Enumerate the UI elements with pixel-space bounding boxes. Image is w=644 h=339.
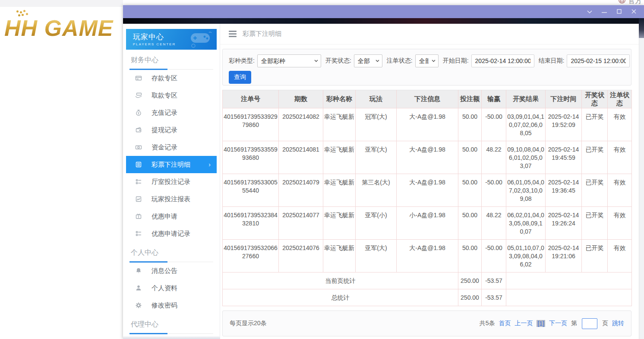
- main-content: 彩票下注明细 彩种类型: 全部彩种 开奖状态: 全部: [220, 24, 639, 339]
- table-cell: 50.00: [458, 108, 482, 141]
- chevron-right-icon: ›: [208, 161, 211, 168]
- column-header: 玩法: [356, 90, 397, 108]
- sidebar-item[interactable]: 厅室投注记录: [123, 173, 220, 190]
- summary-winloss-total: -53.57: [482, 272, 506, 289]
- sidebar-item-label: 彩票下注明细: [152, 161, 190, 169]
- sidebar-item[interactable]: 资金记录: [123, 139, 220, 156]
- table-cell: 小-A盘@1.98: [397, 207, 458, 240]
- screen: HH GAME 官方: [0, 0, 644, 339]
- sidebar-item[interactable]: 彩票下注明细›: [126, 156, 217, 173]
- wallet-icon: [135, 127, 142, 133]
- end-date-input[interactable]: [567, 54, 630, 67]
- table-cell: 50.00: [458, 141, 482, 174]
- sidebar-item[interactable]: 个人资料: [123, 279, 220, 297]
- sidebar-section-title: 代理中心: [129, 314, 213, 334]
- gear-icon: [135, 302, 142, 309]
- search-button[interactable]: 查询: [229, 71, 251, 84]
- jump-button[interactable]: 跳转: [612, 320, 624, 327]
- sidebar-item[interactable]: 提现记录: [123, 121, 220, 139]
- column-header: 注单状态: [608, 90, 632, 108]
- table-cell: 有效: [608, 108, 632, 141]
- table-cell: 已开奖: [582, 240, 608, 272]
- vertical-scrollbar[interactable]: [639, 38, 644, 339]
- table-cell: 401569173953206627660: [223, 240, 279, 272]
- first-page-link[interactable]: 首页: [499, 320, 511, 327]
- logo-dots-decoration: [16, 10, 19, 13]
- table-cell: 有效: [608, 174, 632, 207]
- sidebar-header: 玩家中心 PLAYERS CENTER: [126, 29, 217, 50]
- window-dropdown-button[interactable]: [584, 7, 596, 16]
- column-header: 输赢: [482, 90, 506, 108]
- total-count-text: 共5条: [480, 320, 495, 327]
- hh-game-logo: HH GAME: [4, 11, 121, 45]
- sidebar-item-label: 存款专区: [152, 74, 177, 82]
- draw-status-select-wrap: 全部: [354, 54, 382, 67]
- table-cell: 幸运飞艇新: [323, 207, 356, 240]
- app-window: 玩家中心 PLAYERS CENTER 财务中心存款专区取款专区充值记录提现记录…: [123, 5, 644, 339]
- maximize-icon: [617, 8, 622, 16]
- summary-row: 当前页统计250.00-53.57: [223, 272, 632, 289]
- moneybag-icon: [135, 109, 142, 116]
- document-icon: [135, 161, 142, 168]
- sidebar-item[interactable]: 修改密码: [123, 297, 220, 314]
- sidebar-item[interactable]: 优惠申请: [123, 208, 220, 225]
- window-minimize-button[interactable]: [598, 7, 610, 16]
- table-cell: 50.00: [458, 240, 482, 272]
- table-cell: 已开奖: [582, 108, 608, 141]
- table-cell: 幸运飞艇新: [323, 240, 356, 272]
- sidebar-item-label: 取款专区: [152, 92, 177, 100]
- menu-toggle-icon[interactable]: [229, 31, 237, 37]
- table-cell: 已开奖: [582, 141, 608, 174]
- jump-page-input[interactable]: [582, 318, 597, 329]
- column-header: 彩种名称: [323, 90, 356, 108]
- lottery-type-select[interactable]: 全部彩种: [257, 54, 321, 67]
- sidebar-item[interactable]: 取款专区: [123, 87, 220, 104]
- page-size-text: 每页显示20条: [230, 320, 267, 327]
- prev-page-link[interactable]: 上一页: [515, 320, 533, 327]
- window-close-button[interactable]: [628, 7, 640, 16]
- table-row: 40156917395330055544020250214079幸运飞艇新第三名…: [223, 174, 632, 207]
- table-cell: 2025-02-14 19:21:06: [546, 240, 582, 272]
- current-page-indicator[interactable]: [1]: [537, 320, 545, 327]
- table-cell: 已开奖: [582, 207, 608, 240]
- bet-status-select[interactable]: 全部: [415, 54, 439, 67]
- summary-label: 总统计: [223, 289, 458, 306]
- sidebar-item-label: 优惠申请: [152, 212, 177, 221]
- table-cell: 已开奖: [582, 174, 608, 207]
- top-banner-strip: [123, 18, 644, 24]
- sidebar-item[interactable]: 充值记录: [123, 104, 220, 121]
- sidebar-item[interactable]: 消息公告: [123, 262, 220, 279]
- left-top-band: [0, 0, 123, 7]
- table-cell: 大-A盘@1.98: [397, 240, 458, 272]
- window-maximize-button[interactable]: [613, 7, 625, 16]
- sidebar-item-label: 充值记录: [152, 109, 177, 117]
- official-label: 官方: [628, 0, 642, 6]
- table-cell: 05,01,10,07,03,09,08,04,06,02: [506, 240, 546, 272]
- table-cell: 大-A盘@1.98: [397, 141, 458, 174]
- sidebar-item-label: 资金记录: [152, 143, 177, 152]
- table-cell: 2025-02-14 19:36:45: [546, 174, 582, 207]
- sidebar-item[interactable]: 存款专区: [123, 70, 220, 87]
- draw-status-select[interactable]: 全部: [354, 54, 382, 67]
- table-cell: 幸运飞艇新: [323, 108, 356, 141]
- start-date-label: 开始日期:: [443, 57, 469, 65]
- table-cell: 401569173953355993680: [223, 141, 279, 174]
- sidebar-item-label: 个人资料: [152, 284, 177, 292]
- table-cell: 09,10,08,04,06,01,02,05,03,07: [506, 141, 546, 174]
- sidebar-item[interactable]: 优惠申请记录: [123, 225, 220, 242]
- table-cell: -50.00: [482, 108, 506, 141]
- summary-label: 当前页统计: [223, 272, 458, 289]
- lottery-type-select-wrap: 全部彩种: [257, 54, 321, 67]
- page-title: 彩票下注明细: [243, 30, 281, 38]
- coupon-icon: [135, 213, 142, 220]
- table-cell: 401569173953392979860: [223, 108, 279, 141]
- table-cell: 401569173953238432810: [223, 207, 279, 240]
- next-page-link[interactable]: 下一页: [549, 320, 567, 327]
- table-cell: 有效: [608, 207, 632, 240]
- table-cell: 幸运飞艇新: [323, 141, 356, 174]
- sidebar-item[interactable]: 玩家投注报表: [123, 190, 220, 208]
- sidebar-item-label: 厅室投注记录: [152, 178, 190, 186]
- table-row: 40156917395320662766020250214076幸运飞艇新亚军(…: [223, 240, 632, 272]
- start-date-input[interactable]: [471, 54, 534, 67]
- table-cell: 2025-02-14 19:52:09: [546, 108, 582, 141]
